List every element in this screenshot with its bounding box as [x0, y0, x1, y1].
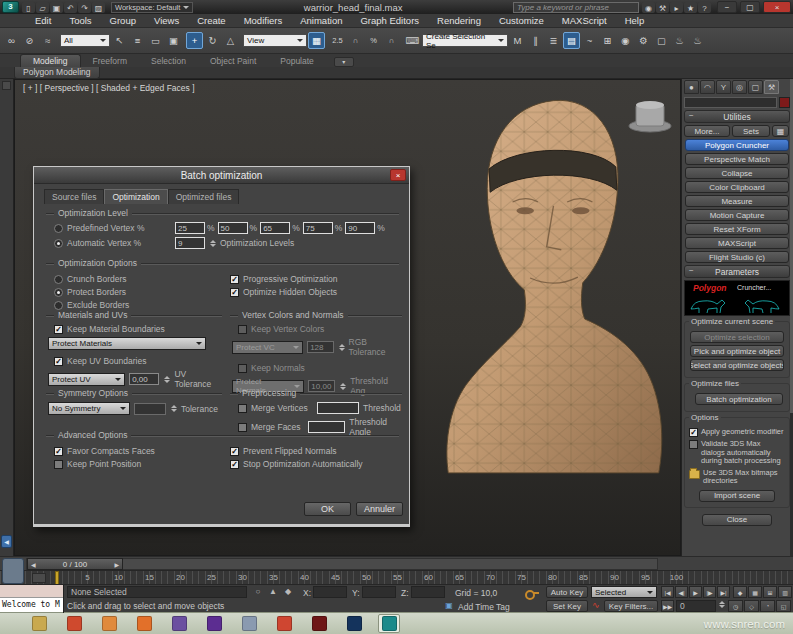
toolbar-grip[interactable] [2, 81, 11, 90]
toolbar-icon[interactable]: ≡ [129, 32, 146, 49]
minimize-button[interactable]: − [717, 1, 737, 13]
optimization-levels-field[interactable]: 9 [175, 237, 205, 249]
frame-spinner[interactable] [719, 601, 725, 608]
menu-item[interactable]: Customize [490, 15, 553, 26]
utility-button[interactable]: Polygon Cruncher [685, 139, 789, 151]
selection-set-key-dropdown[interactable]: Selected [591, 586, 657, 598]
toolbar-icon[interactable]: ▣ [165, 32, 182, 49]
ribbon-tab[interactable]: Selection [139, 55, 198, 67]
import-scene-button[interactable]: Import scene [699, 490, 775, 502]
rgb-tolerance-field[interactable]: 128 [307, 341, 333, 353]
toolbar-icon[interactable]: ▢ [653, 32, 670, 49]
viewport-label[interactable]: [ + ] [ Perspective ] [ Shaded + Edged F… [23, 83, 195, 93]
infocenter-search-input[interactable] [513, 2, 639, 13]
menu-item[interactable]: Animation [291, 15, 351, 26]
prevent-flipped-normals-checkbox[interactable]: ✓ [230, 447, 239, 456]
close-button[interactable]: × [763, 1, 791, 13]
taskbar-app-icon[interactable] [378, 614, 400, 633]
status-icon[interactable]: ○ [252, 586, 264, 598]
status-icon[interactable]: ◆ [282, 586, 294, 598]
ribbon-tab[interactable]: Object Paint [198, 55, 268, 67]
y-coordinate-field[interactable] [362, 586, 396, 598]
cancel-button[interactable]: Annuler [356, 502, 403, 516]
material-mode-dropdown[interactable]: Protect Materials [48, 337, 206, 350]
predefined-percent-field[interactable]: 25 [175, 222, 205, 234]
toolbar-icon[interactable]: ∞ [3, 32, 20, 49]
quick-access-icon[interactable]: ▣ [50, 2, 63, 13]
command-panel-tab[interactable]: ● [684, 80, 699, 94]
spinner[interactable] [339, 344, 345, 351]
uv-tolerance-field[interactable]: 0,00 [129, 373, 159, 385]
toolbar-icon[interactable]: ♨ [689, 32, 706, 49]
taskbar-app-icon[interactable] [133, 614, 155, 633]
command-panel-tab[interactable]: ▢ [748, 80, 763, 94]
predefined-percent-field[interactable]: 65 [260, 222, 290, 234]
batch-optimization-button[interactable]: Batch optimization [695, 393, 783, 405]
ribbon-tab[interactable]: Modeling [20, 54, 81, 67]
keep-material-checkbox[interactable]: ✓ [54, 325, 63, 334]
panel-close-button[interactable]: Close [702, 514, 772, 526]
automatic-vertex-radio[interactable] [54, 239, 63, 248]
taskbar-app-icon[interactable] [308, 614, 330, 633]
toolbar-icon[interactable]: ≣ [545, 32, 562, 49]
toolbar-icon[interactable]: ♨ [671, 32, 688, 49]
snap-icon[interactable]: 2.5 [329, 32, 346, 49]
utility-button[interactable]: Reset XForm [685, 223, 789, 235]
favor-compact-faces-checkbox[interactable]: ✓ [54, 447, 63, 456]
toolbar-icon[interactable]: + [186, 32, 203, 49]
spinner[interactable] [164, 376, 170, 383]
keep-point-position-checkbox[interactable] [54, 460, 63, 469]
object-color-swatch[interactable] [779, 97, 790, 108]
command-panel-tab[interactable]: Y [716, 80, 731, 94]
toolbar-icon[interactable]: ∥ [527, 32, 544, 49]
symmetry-tolerance-field[interactable] [134, 403, 166, 415]
keep-uv-checkbox[interactable]: ✓ [54, 357, 63, 366]
utilities-config-icon[interactable]: ▦ [772, 125, 789, 137]
key-filters-button[interactable]: Key Filters... [604, 600, 658, 612]
quick-access-icon[interactable]: ▨ [92, 2, 105, 13]
optimize-hidden-checkbox[interactable]: ✓ [230, 288, 239, 297]
menu-item[interactable]: Graph Editors [351, 15, 428, 26]
polygon-modeling-panel-tab[interactable]: Polygon Modeling [14, 67, 100, 79]
menu-item[interactable]: Edit [26, 15, 60, 26]
snap-icon[interactable]: ∩ [383, 32, 400, 49]
track-bar[interactable]: 5101520253035404550556065707580859095100 [0, 570, 793, 584]
playback-button[interactable]: ▶| [717, 586, 730, 598]
taskbar-app-icon[interactable] [168, 614, 190, 633]
sets-button[interactable]: Sets [732, 125, 770, 137]
utility-button[interactable]: Flight Studio (c) [685, 251, 789, 263]
dialog-close-button[interactable]: × [390, 169, 406, 181]
stop-optimization-checkbox[interactable]: ✓ [230, 460, 239, 469]
playback-button[interactable]: ▶ [689, 586, 702, 598]
infocenter-icon[interactable]: ? [698, 2, 711, 13]
uv-mode-dropdown[interactable]: Protect UV [48, 373, 125, 386]
status-misc-button[interactable]: ◆ [733, 586, 747, 598]
optimize-button[interactable]: Select and optimize objects [690, 359, 784, 371]
dialog-tab[interactable]: Optimization [104, 189, 167, 204]
status-misc-button[interactable]: ▦ [748, 586, 762, 598]
menu-item[interactable]: Tools [60, 15, 100, 26]
predefined-percent-field[interactable]: 75 [303, 222, 333, 234]
menu-item[interactable]: Group [101, 15, 145, 26]
quick-access-icon[interactable]: ▱ [36, 2, 49, 13]
x-coordinate-field[interactable] [313, 586, 347, 598]
spinner[interactable] [210, 240, 216, 247]
named-selection-set-dropdown[interactable]: Create Selection Se [422, 34, 508, 47]
warrior-head-model[interactable] [419, 82, 681, 474]
utility-button[interactable]: Collapse [685, 167, 789, 179]
toolbar-icon[interactable]: ⚙ [635, 32, 652, 49]
3dsmax-logo-icon[interactable]: 3 [2, 1, 19, 13]
dialog-tab[interactable]: Source files [44, 189, 104, 204]
infocenter-icon[interactable]: ▸ [670, 2, 683, 13]
set-key-button[interactable]: Set Key [546, 600, 588, 612]
snap-icon[interactable]: ∩ [347, 32, 364, 49]
validate-dialogs-checkbox[interactable] [689, 440, 698, 449]
merge-threshold-field[interactable] [317, 402, 359, 414]
infocenter-icon[interactable]: ◉ [642, 2, 655, 13]
predefined-percent-field[interactable]: 90 [345, 222, 375, 234]
toolbar-icon[interactable]: M [509, 32, 526, 49]
taskbar-app-icon[interactable] [98, 614, 120, 633]
status-misc-button[interactable]: ▥ [778, 586, 792, 598]
taskbar-app-icon[interactable] [273, 614, 295, 633]
utility-button[interactable]: Perspective Match [685, 153, 789, 165]
